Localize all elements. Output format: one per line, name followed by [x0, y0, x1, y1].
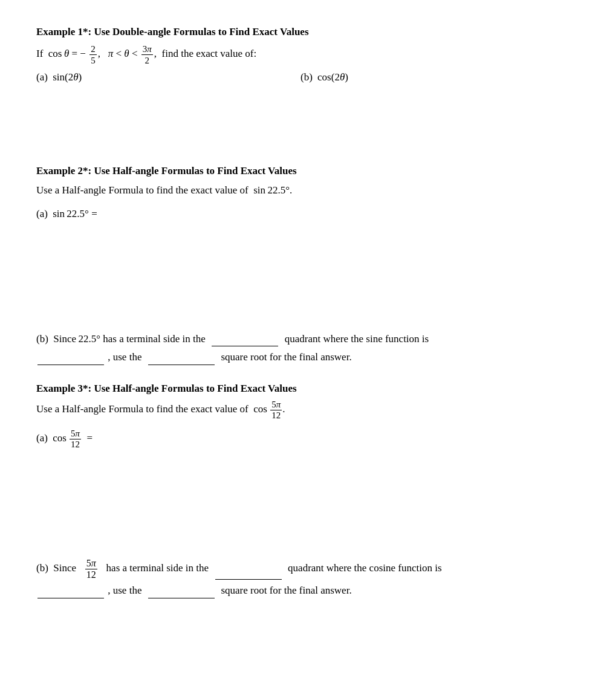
example2-block: Example 2*: Use Half-angle Formulas to F… — [36, 163, 565, 222]
frac-5pi-12-desc: 5π 12 — [270, 400, 282, 420]
frac-3pi-2: 3π 2 — [141, 44, 153, 66]
example1-block: Example 1*: Use Double-angle Formulas to… — [36, 24, 565, 85]
frac-2-5: 2 5 — [89, 44, 97, 66]
example2-part-a-label: (a) — [36, 208, 48, 219]
example3-description: Use a Half-angle Formula to find the exa… — [36, 400, 565, 420]
example2-part-b: (b) Since 22.5° has a terminal side in t… — [36, 331, 565, 365]
example3-title: Example 3*: Use Half-angle Formulas to F… — [36, 381, 565, 397]
example3-part-b: (b) Since 5π 12 has a terminal side in t… — [36, 558, 565, 598]
example2-part-b-line1: (b) Since 22.5° has a terminal side in t… — [36, 331, 565, 347]
blank6 — [148, 582, 215, 598]
example2-part-a: (a) sin 22.5° = — [36, 206, 565, 222]
blank4 — [215, 564, 282, 580]
example2-description: Use a Half-angle Formula to find the exa… — [36, 183, 565, 198]
example3-part-b-line2: , use the square root for the final answ… — [36, 582, 565, 598]
example1-part-a: (a) sin(2θ) — [36, 70, 300, 85]
example1-part-a-label: (a) — [36, 71, 48, 83]
example2-part-a-expr: sin 22.5° = — [53, 208, 97, 219]
spacer1 — [36, 91, 565, 163]
spacer2 — [36, 228, 565, 325]
example2-part-b-line2: , use the square root for the final answ… — [36, 349, 565, 365]
example1-part-b-label: (b) — [300, 71, 313, 83]
spacer4 — [36, 455, 565, 552]
example1-parts: (a) sin(2θ) (b) cos(2θ) — [36, 70, 565, 85]
blank2 — [37, 349, 104, 365]
frac-5pi-12-a: 5π 12 — [70, 429, 81, 449]
example3-part-a-label: (a) — [36, 432, 48, 444]
example3-block: Example 3*: Use Half-angle Formulas to F… — [36, 381, 565, 450]
example3-part-a-cos: cos — [53, 432, 67, 444]
blank3 — [148, 349, 215, 365]
blank5 — [37, 582, 104, 598]
example3-part-a-equals: = — [84, 432, 93, 444]
example1-part-b-expr: cos(2θ) — [317, 71, 348, 83]
example1-part-a-expr: sin(2θ) — [53, 71, 82, 83]
example3-part-b-line1: (b) Since 5π 12 has a terminal side in t… — [36, 558, 565, 580]
example1-part-b: (b) cos(2θ) — [300, 70, 565, 85]
example1-given: If cos θ = − 2 5 , π < θ < 3π 2 , find t… — [36, 44, 565, 66]
blank1 — [212, 331, 278, 347]
example3-part-a: (a) cos 5π 12 = — [36, 429, 565, 449]
example1-title: Example 1*: Use Double-angle Formulas to… — [36, 24, 565, 40]
spacer3 — [36, 368, 565, 381]
example2-title: Example 2*: Use Half-angle Formulas to F… — [36, 163, 565, 179]
frac-5pi-12-b: 5π 12 — [85, 558, 97, 580]
